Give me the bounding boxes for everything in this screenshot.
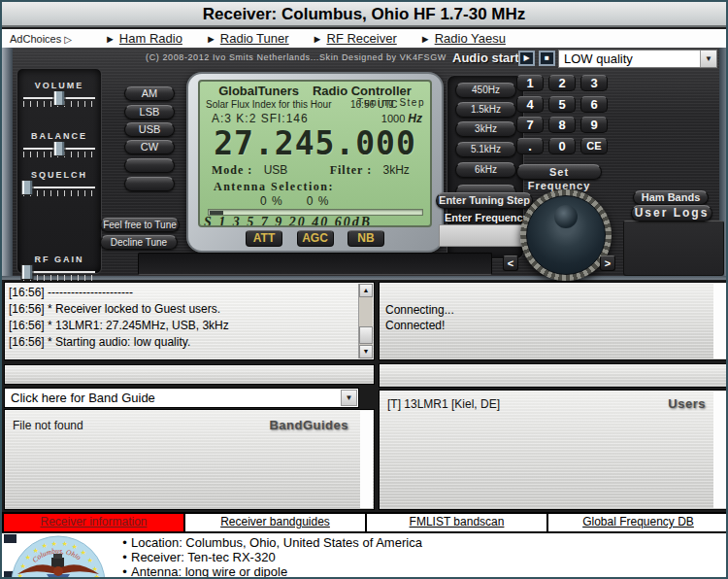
chevron-down-icon: ▼	[341, 390, 357, 406]
ad-link-rf-receiver[interactable]: ►RF Receiver	[313, 31, 397, 46]
bandguide-message: File not found	[13, 419, 83, 432]
lcd-bezel: GlobalTunersRadio Controller Solar Flux …	[186, 72, 444, 253]
audio-stop-button[interactable]: ■	[539, 51, 555, 66]
keypad-6[interactable]: 6	[580, 96, 608, 113]
tab-receiver-bandguides[interactable]: Receiver bandguides	[185, 514, 365, 531]
keypad-4[interactable]: 4	[516, 96, 544, 113]
adchoices-link[interactable]: AdChoices ▷	[10, 33, 72, 45]
keypad-ce[interactable]: CE	[580, 138, 608, 154]
svg-text:★: ★	[72, 543, 78, 551]
mode-blank-button-2[interactable]	[124, 177, 175, 191]
audio-play-button[interactable]: ▶	[518, 51, 535, 66]
tuning-knob[interactable]	[520, 189, 612, 281]
mode-cw-button[interactable]: CW	[124, 140, 175, 154]
tab-global-frequency-db[interactable]: Global Frequency DB	[548, 514, 728, 531]
keypad-3[interactable]: 3	[580, 75, 608, 91]
bandguides-panel-label: BandGuides	[269, 418, 348, 432]
connection-status-box: Connecting... Connected!	[379, 282, 728, 360]
link-arrow-icon: ►	[420, 33, 431, 45]
chat-input-left[interactable]	[4, 364, 375, 385]
antenna-selection-label: Antenna Selection:	[214, 180, 334, 194]
adchoices-icon: ▷	[64, 34, 72, 45]
filter-3khz-button[interactable]: 3kHz	[455, 121, 516, 137]
filter-5-1khz-button[interactable]: 5.1kHz	[455, 142, 516, 157]
scrollbar-thumb[interactable]	[359, 326, 373, 344]
tune-down-button[interactable]: <	[503, 255, 518, 271]
balance-slider[interactable]: BALANCE	[23, 131, 95, 162]
mode-usb-button[interactable]: USB	[124, 122, 175, 137]
keypad-dot[interactable]: .	[516, 138, 544, 154]
keypad-5[interactable]: 5	[548, 96, 576, 113]
att-button[interactable]: ATT	[246, 230, 282, 247]
keypad-9[interactable]: 9	[580, 117, 608, 133]
filter-450hz-button[interactable]: 450Hz	[455, 83, 516, 98]
antenna-pct-1: 0 %	[260, 194, 283, 208]
user-logs-button[interactable]: User Logs	[631, 205, 712, 221]
chat-input-right[interactable]	[379, 363, 728, 388]
ad-link-ham-radio[interactable]: ►Ham Radio	[105, 31, 182, 46]
ad-link-radio-yaesu[interactable]: ►Radio Yaesu	[420, 31, 506, 46]
status-line: Connected!	[385, 318, 711, 333]
log-line: [16:56] * Receiver locked to Guest users…	[9, 301, 354, 318]
keypad-7[interactable]: 7	[516, 117, 544, 133]
log-line: [16:56] ----------------------	[9, 285, 354, 301]
receiver-text: Receiver: Ten-tec RX-320	[131, 550, 276, 564]
decline-tune-button[interactable]: Decline Tune	[100, 235, 178, 250]
ham-bands-button[interactable]: Ham Bands	[633, 190, 709, 205]
set-frequency-button[interactable]: Set Frequency	[516, 164, 602, 180]
station-logo: ★★★ ★★★ ★★★ ★★★ Columbus, Ohio	[4, 534, 113, 579]
receiver-log[interactable]: [16:56] ---------------------- [16:56] *…	[4, 282, 375, 360]
feel-free-to-tune-button[interactable]: Feel free to Tune	[100, 218, 180, 232]
keypad-1[interactable]: 1	[516, 75, 544, 91]
enter-tuning-step-button[interactable]: Enter Tuning Step	[436, 192, 533, 209]
scrollbar-down-icon[interactable]: ▼	[359, 345, 373, 358]
receiver-info-section: ★★★ ★★★ ★★★ ★★★ Columbus, Ohio •Location…	[2, 533, 728, 579]
band-guide-select[interactable]: Click here for Band Guide ▼	[4, 388, 359, 408]
user-list-item[interactable]: [T] 13LMR1 [Kiel, DE]	[387, 397, 500, 411]
solar-flux-label: Solar Flux Index for this Hour	[206, 99, 332, 110]
log-scrollbar[interactable]: ▲ ▼	[358, 284, 373, 358]
audio-quality-select[interactable]: LOW quality ▼	[558, 50, 717, 68]
keypad-2[interactable]: 2	[548, 75, 576, 91]
app-window: Receiver: Columbus, Ohio HF 1.7-30 MHz A…	[0, 0, 728, 579]
keypad-0[interactable]: 0	[548, 138, 576, 154]
mode-am-button[interactable]: AM	[124, 86, 175, 101]
mode-blank-button-1[interactable]	[124, 158, 175, 173]
bandguides-scroll-track[interactable]	[360, 411, 373, 508]
stop-icon: ■	[541, 52, 553, 64]
scrollbar-up-icon[interactable]: ▲	[359, 284, 373, 297]
keypad-8[interactable]: 8	[548, 117, 576, 133]
enter-frequency-input[interactable]	[439, 224, 532, 247]
filter-1-5khz-button[interactable]: 1.5kHz	[455, 102, 516, 118]
tuning-knob-face	[526, 195, 606, 275]
bullet-icon: •	[118, 535, 131, 550]
ad-link-radio-tuner[interactable]: ►Radio Tuner	[206, 31, 289, 46]
squelch-slider[interactable]: SQUELCH	[23, 170, 95, 201]
tab-fmlist-bandscan[interactable]: FMLIST bandscan	[367, 514, 546, 531]
rf-gain-slider-handle[interactable]	[20, 264, 33, 280]
svg-text:★: ★	[94, 573, 100, 579]
agc-button[interactable]: AGC	[297, 230, 334, 247]
bottom-tab-bar: Receiver information Receiver bandguides…	[2, 512, 728, 533]
tick-marks	[23, 275, 95, 281]
bullet-icon: •	[118, 550, 131, 564]
filter-6khz-button[interactable]: 6kHz	[455, 162, 516, 178]
mode-label: Mode :	[212, 163, 252, 177]
log-line: [16:56] * 13LMR1: 27.245MHz, USB, 3kHz	[9, 318, 354, 334]
copyright-text: (C) 2008-2012 Ivo Smits Netherlands...Sk…	[136, 52, 456, 62]
squelch-slider-handle[interactable]	[20, 180, 33, 195]
tune-up-button[interactable]: >	[600, 255, 615, 271]
volume-slider-handle[interactable]	[53, 90, 66, 106]
users-scroll-track[interactable]	[713, 392, 726, 508]
tuning-knob-dot	[554, 205, 578, 228]
status-scroll-track[interactable]	[713, 284, 726, 358]
nb-button[interactable]: NB	[347, 230, 384, 247]
lcd-screen: GlobalTunersRadio Controller Solar Flux …	[198, 80, 432, 227]
svg-text:★: ★	[87, 557, 93, 564]
lcd-brand: GlobalTuners	[218, 84, 299, 98]
volume-slider[interactable]: VOLUME	[23, 81, 95, 112]
play-icon: ▶	[520, 52, 533, 64]
mode-lsb-button[interactable]: LSB	[124, 105, 175, 119]
tab-receiver-information[interactable]: Receiver information	[4, 514, 183, 531]
balance-slider-handle[interactable]	[53, 141, 66, 156]
